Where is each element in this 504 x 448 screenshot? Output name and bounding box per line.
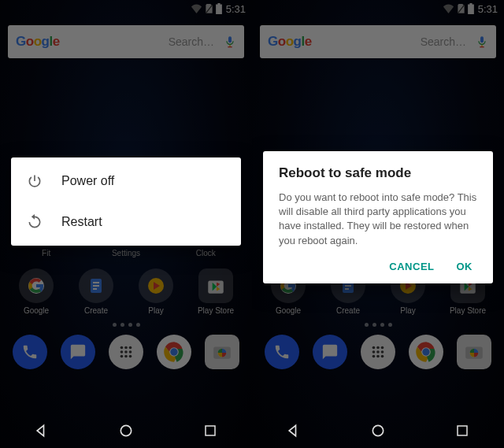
svg-point-50 <box>372 425 383 435</box>
nav-home[interactable] <box>102 423 150 439</box>
ok-button[interactable]: OK <box>457 261 473 272</box>
restart-label: Restart <box>61 215 102 229</box>
power-menu: Power off Restart <box>11 157 241 246</box>
svg-rect-51 <box>458 426 467 435</box>
svg-rect-25 <box>206 426 215 435</box>
power-icon <box>27 173 43 189</box>
power-off-item[interactable]: Power off <box>11 161 241 202</box>
phone-right: 5:31 Google Search… Fit Settings Clock G… <box>252 0 504 448</box>
cancel-button[interactable]: CANCEL <box>389 261 434 272</box>
nav-recents[interactable] <box>439 424 486 438</box>
dialog-body: Do you want to reboot into safe mode? Th… <box>279 191 477 248</box>
safe-mode-dialog: Reboot to safe mode Do you want to reboo… <box>263 151 493 283</box>
power-off-label: Power off <box>61 174 114 188</box>
nav-back[interactable] <box>18 423 65 439</box>
dialog-title: Reboot to safe mode <box>279 165 477 181</box>
nav-bar <box>0 413 252 448</box>
dialog-actions: CANCEL OK <box>279 261 477 277</box>
nav-bar <box>252 413 504 448</box>
svg-point-24 <box>120 425 131 435</box>
nav-home[interactable] <box>354 423 402 439</box>
phone-left: 5:31 Google Search… Fit Settings Clock G… <box>0 0 252 448</box>
restart-item[interactable]: Restart <box>11 202 241 243</box>
restart-icon <box>27 214 43 230</box>
nav-back[interactable] <box>270 423 317 439</box>
nav-recents[interactable] <box>187 424 234 438</box>
